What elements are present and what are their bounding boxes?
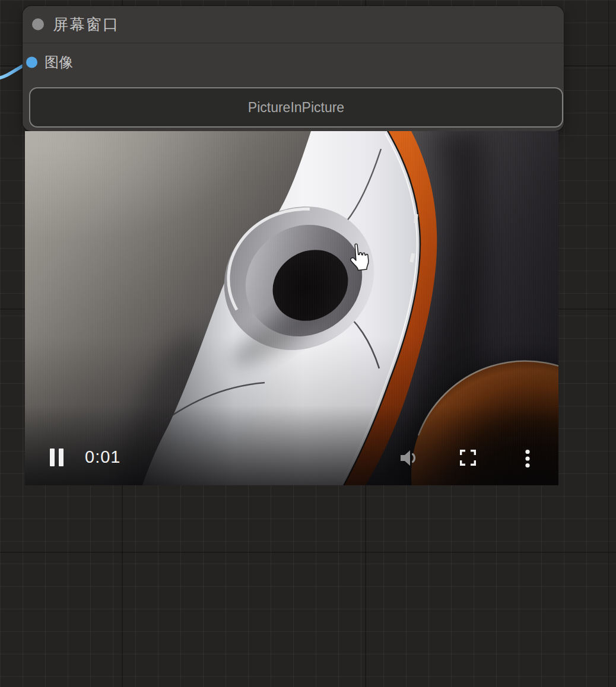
node-header: 屏幕窗口: [23, 6, 564, 43]
video-preview[interactable]: 0:01: [25, 131, 558, 485]
input-port-row: 图像: [23, 52, 564, 72]
fullscreen-icon[interactable]: [460, 450, 476, 466]
picture-in-picture-button[interactable]: PictureInPicture: [29, 87, 563, 128]
volume-icon[interactable]: [396, 446, 420, 470]
mouse-product-scene: [25, 131, 558, 485]
screen-window-node[interactable]: 屏幕窗口 图像 PictureInPicture: [23, 6, 564, 131]
pause-icon[interactable]: [50, 449, 63, 466]
image-port-label: 图像: [45, 53, 73, 72]
node-title: 屏幕窗口: [53, 14, 119, 35]
node-editor-canvas[interactable]: 屏幕窗口 图像 PictureInPicture: [0, 0, 616, 687]
more-vertical-icon[interactable]: [525, 449, 531, 468]
node-status-dot-icon: [32, 18, 44, 30]
current-time: 0:01: [85, 447, 120, 467]
image-input-port[interactable]: [26, 57, 37, 68]
